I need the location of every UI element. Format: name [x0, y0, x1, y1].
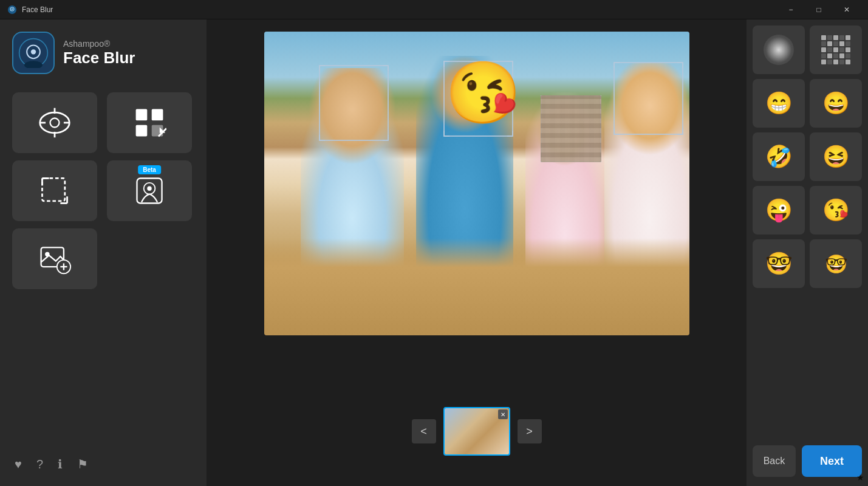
close-button[interactable]: ✕	[833, 0, 861, 19]
nav-buttons: Back Next	[753, 439, 862, 480]
beta-badge: Beta	[138, 165, 161, 174]
image-canvas: 😘	[264, 32, 689, 335]
info-button[interactable]: ℹ	[55, 454, 65, 474]
svg-point-26	[147, 187, 151, 191]
app-name: Face Blur	[63, 49, 135, 67]
svg-rect-19	[42, 178, 64, 200]
face-box-woman[interactable]	[613, 62, 683, 135]
right-panel: 😁 😄 🤣 😆 😜 😘 🤓 🤓★ Back Next	[747, 19, 868, 486]
titlebar-title: Face Blur	[22, 5, 53, 14]
emoji-rofl-button[interactable]: 😆	[810, 132, 862, 181]
footer-actions: ♥ ? ℹ ⚑	[12, 448, 194, 474]
emoji-overlay-kiss[interactable]: 😘	[445, 62, 521, 123]
add-image-tool[interactable]	[12, 228, 97, 289]
pixelate-effect-button[interactable]	[810, 26, 862, 74]
effect-row-2: 😁 😄	[753, 79, 862, 128]
blur-icon	[764, 35, 794, 65]
titlebar: Face Blur − □ ✕	[0, 0, 868, 19]
logo-area: Ashampoo® Face Blur	[12, 32, 194, 74]
effect-row-1	[753, 26, 862, 74]
window-controls: − □ ✕	[777, 0, 861, 19]
effect-row-3: 🤣 😆	[753, 132, 862, 181]
center-area: 😘 < ✕ >	[207, 19, 747, 486]
app-icon	[7, 5, 17, 15]
effect-row-5: 🤓 🤓★	[753, 239, 862, 288]
tools-grid: Beta	[12, 92, 194, 221]
emoji-grin-button[interactable]: 😁	[753, 79, 805, 128]
svg-rect-15	[136, 125, 148, 137]
thumbnail-item[interactable]: ✕	[443, 407, 510, 456]
favorite-button[interactable]: ♥	[12, 454, 24, 474]
auto-detect-tool[interactable]: Beta	[107, 160, 192, 221]
brand-name: Ashampoo®	[63, 39, 135, 49]
emoji-nerd-button[interactable]: 🤓★	[810, 239, 862, 288]
svg-rect-14	[152, 109, 163, 121]
app-container: Ashampoo® Face Blur	[0, 19, 868, 486]
help-button[interactable]: ?	[34, 454, 46, 474]
svg-point-2	[12, 8, 13, 9]
emoji-laughing-button[interactable]: 🤣	[753, 132, 805, 181]
pixelate-icon	[821, 35, 850, 64]
svg-point-8	[50, 118, 60, 128]
thumbnail-close-button[interactable]: ✕	[498, 409, 508, 419]
maximize-button[interactable]: □	[805, 0, 833, 19]
next-image-button[interactable]: >	[518, 419, 542, 443]
face-detection-tool[interactable]	[12, 92, 97, 153]
grid-select-tool[interactable]	[107, 92, 192, 153]
filmstrip: < ✕ >	[207, 407, 747, 456]
back-button[interactable]: Back	[753, 445, 796, 477]
face-box-man[interactable]	[319, 65, 389, 141]
next-button[interactable]: Next	[802, 445, 862, 477]
pixelate-overlay	[541, 95, 601, 162]
prev-image-button[interactable]: <	[412, 419, 436, 443]
sidebar: Ashampoo® Face Blur	[0, 19, 207, 486]
minimize-button[interactable]: −	[777, 0, 805, 19]
app-logo	[12, 32, 55, 74]
logo-text: Ashampoo® Face Blur	[63, 39, 135, 67]
effect-row-4: 😜 😘	[753, 186, 862, 234]
emoji-kiss-button[interactable]: 😘	[810, 186, 862, 234]
blur-effect-button[interactable]	[753, 26, 805, 74]
report-button[interactable]: ⚑	[75, 454, 91, 474]
crop-tool[interactable]	[12, 160, 97, 221]
emoji-wink-button[interactable]: 😜	[753, 186, 805, 234]
emoji-joy-button[interactable]: 😄	[810, 79, 862, 128]
svg-rect-13	[136, 109, 148, 121]
main-image[interactable]: 😘	[264, 32, 689, 335]
svg-point-5	[31, 49, 36, 54]
emoji-goggles-button[interactable]: 🤓	[753, 239, 805, 288]
